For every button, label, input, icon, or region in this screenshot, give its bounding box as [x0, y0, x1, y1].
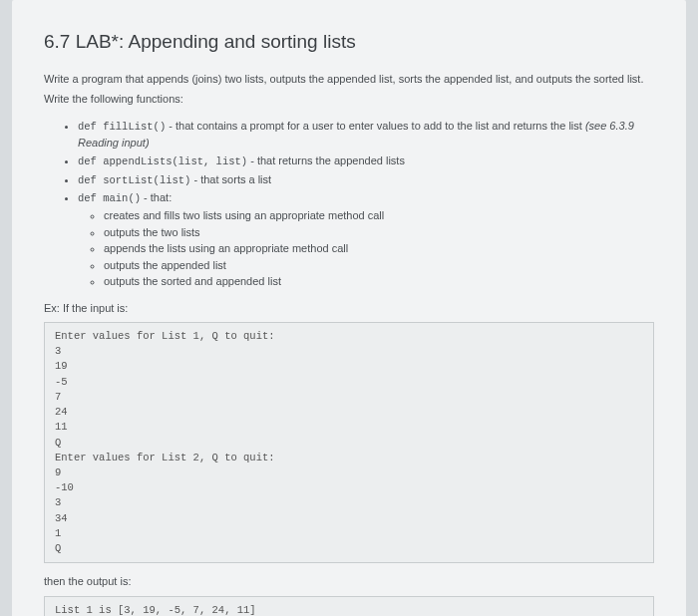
code-main: def main() [78, 192, 141, 204]
code-sortList: def sortList(list) [78, 174, 190, 186]
output-block: List 1 is [3, 19, -5, 7, 24, 11] List 2 … [44, 596, 654, 616]
code-appendLists: def appendLists(list, list) [78, 155, 247, 167]
desc-appendLists: - that returns the appended lists [247, 154, 405, 166]
document-page: 6.7 LAB*: Appending and sorting lists Wr… [12, 0, 686, 616]
sub-outputs-two: outputs the two lists [104, 224, 654, 241]
sub-outputs-appended: outputs the appended list [104, 257, 654, 274]
desc-sortList: - that sorts a list [190, 173, 271, 185]
example-label: Ex: If the input is: [44, 300, 654, 317]
intro-text: Write a program that appends (joins) two… [44, 71, 654, 88]
then-label: then the output is: [44, 573, 654, 590]
sub-appends: appends the lists using an appropriate m… [104, 240, 654, 257]
subintro-text: Write the following functions: [44, 91, 654, 108]
bullet-appendLists: def appendLists(list, list) - that retur… [78, 153, 654, 170]
bullet-sortList: def sortList(list) - that sorts a list [78, 171, 654, 189]
sub-creates: creates and fills two lists using an app… [104, 207, 654, 224]
bullet-main: def main() - that: creates and fills two… [78, 189, 654, 289]
desc-fillList: - that contains a prompt for a user to e… [166, 120, 585, 132]
code-fillList: def fillList() [78, 121, 166, 133]
function-list: def fillList() - that contains a prompt … [44, 118, 654, 290]
main-sublist: creates and fills two lists using an app… [78, 207, 654, 290]
desc-main: - that: [141, 191, 172, 203]
bullet-fillList: def fillList() - that contains a prompt … [78, 118, 654, 152]
sub-outputs-sorted: outputs the sorted and appended list [104, 273, 654, 290]
page-title: 6.7 LAB*: Appending and sorting lists [44, 28, 654, 57]
input-block: Enter values for List 1, Q to quit: 3 19… [44, 322, 654, 563]
